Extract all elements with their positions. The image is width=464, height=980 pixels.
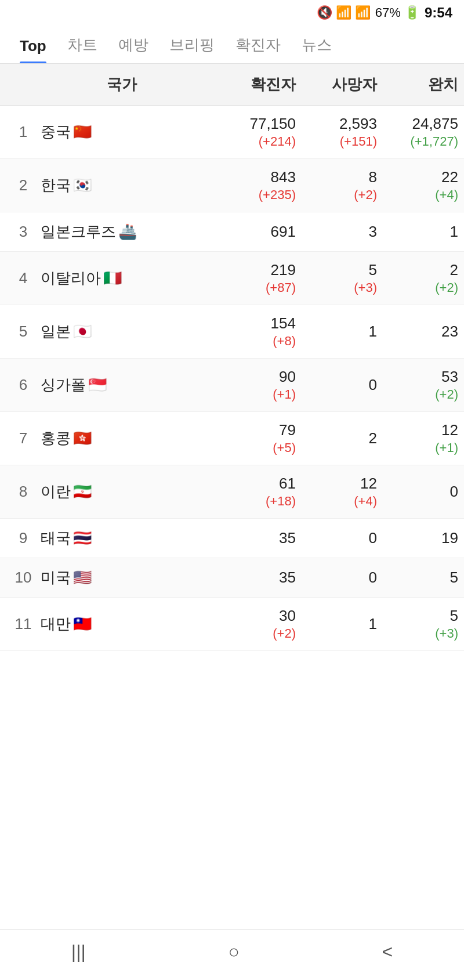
cell-recovered: 0 <box>377 483 458 501</box>
tab-prevention[interactable]: 예방 <box>108 26 159 63</box>
confirmed-delta: (+18) <box>203 494 296 509</box>
deaths-value: 12 <box>296 475 377 493</box>
nav-recent-button[interactable]: < <box>382 941 393 963</box>
cell-deaths: 1 <box>296 323 377 341</box>
confirmed-delta: (+2) <box>203 626 296 641</box>
table-row[interactable]: 9태국🇹🇭35019 <box>0 519 464 558</box>
table-row[interactable]: 3일본크루즈🚢69131 <box>0 212 464 252</box>
cell-confirmed: 35 <box>203 569 296 587</box>
confirmed-value: 219 <box>203 261 296 279</box>
deaths-delta: (+3) <box>296 280 377 295</box>
table-row[interactable]: 5일본🇯🇵154(+8)123 <box>0 305 464 359</box>
cell-deaths: 2,593(+151) <box>296 115 377 149</box>
nav-back-button[interactable]: ||| <box>71 941 86 963</box>
tab-briefing[interactable]: 브리핑 <box>159 26 225 63</box>
cell-confirmed: 154(+8) <box>203 314 296 349</box>
deaths-delta: (+2) <box>296 187 377 202</box>
bottom-navigation: ||| ○ < <box>0 929 464 980</box>
deaths-value: 2 <box>296 429 377 447</box>
status-icons: 🔇 📶 📶 <box>317 5 371 20</box>
table-row[interactable]: 7홍콩🇭🇰79(+5)212(+1) <box>0 412 464 465</box>
cell-deaths: 1 <box>296 615 377 633</box>
cell-recovered: 22(+4) <box>377 168 458 202</box>
recovered-delta: (+2) <box>377 280 458 295</box>
cell-confirmed: 843(+235) <box>203 168 296 202</box>
recovered-delta: (+2) <box>377 387 458 402</box>
cell-confirmed: 691 <box>203 223 296 241</box>
recovered-value: 24,875 <box>377 115 458 133</box>
cell-country: 중국🇨🇳 <box>41 122 203 142</box>
table-row[interactable]: 8이란🇮🇷61(+18)12(+4)0 <box>0 465 464 519</box>
recovered-value: 19 <box>377 529 458 547</box>
cell-deaths: 12(+4) <box>296 475 377 509</box>
cell-rank: 4 <box>6 269 41 287</box>
table-row[interactable]: 2한국🇰🇷843(+235)8(+2)22(+4) <box>0 159 464 212</box>
tab-news[interactable]: 뉴스 <box>291 26 342 63</box>
table-row[interactable]: 11대만🇹🇼30(+2)15(+3) <box>0 598 464 651</box>
cell-recovered: 2(+2) <box>377 261 458 295</box>
tab-confirmed[interactable]: 확진자 <box>225 26 291 63</box>
recovered-value: 22 <box>377 168 458 186</box>
cell-rank: 5 <box>6 323 41 341</box>
recovered-delta: (+1,727) <box>377 134 458 149</box>
deaths-value: 5 <box>296 261 377 279</box>
table-row[interactable]: 6싱가폴🇸🇬90(+1)053(+2) <box>0 359 464 412</box>
recovered-value: 0 <box>377 483 458 501</box>
tab-top[interactable]: Top <box>9 28 57 63</box>
confirmed-value: 35 <box>203 529 296 547</box>
header-rank <box>6 74 41 95</box>
cell-rank: 3 <box>6 223 41 241</box>
table-row[interactable]: 4이탈리아🇮🇹219(+87)5(+3)2(+2) <box>0 252 464 305</box>
country-name: 일본 <box>41 321 71 342</box>
country-flag: 🇸🇬 <box>88 376 107 394</box>
recovered-delta: (+1) <box>377 440 458 455</box>
table-row[interactable]: 1중국🇨🇳77,150(+214)2,593(+151)24,875(+1,72… <box>0 106 464 159</box>
country-name: 홍콩 <box>41 428 71 449</box>
cell-recovered: 5(+3) <box>377 607 458 641</box>
cell-rank: 2 <box>6 176 41 194</box>
signal-icon: 📶 <box>355 5 371 20</box>
confirmed-value: 79 <box>203 421 296 439</box>
confirmed-delta: (+8) <box>203 334 296 349</box>
cell-deaths: 8(+2) <box>296 168 377 202</box>
cell-recovered: 5 <box>377 569 458 587</box>
table-body: 1중국🇨🇳77,150(+214)2,593(+151)24,875(+1,72… <box>0 106 464 651</box>
table-row[interactable]: 10미국🇺🇸3505 <box>0 558 464 598</box>
country-flag: 🇨🇳 <box>73 123 92 141</box>
cell-deaths: 5(+3) <box>296 261 377 295</box>
country-name: 일본크루즈 <box>41 222 116 242</box>
confirmed-delta: (+5) <box>203 440 296 455</box>
cell-confirmed: 79(+5) <box>203 421 296 455</box>
cell-deaths: 3 <box>296 223 377 241</box>
cell-country: 태국🇹🇭 <box>41 528 203 548</box>
cell-rank: 8 <box>6 483 41 501</box>
clock: 9:54 <box>425 5 452 21</box>
cell-deaths: 0 <box>296 529 377 547</box>
confirmed-delta: (+87) <box>203 280 296 295</box>
cell-country: 일본크루즈🚢 <box>41 222 203 242</box>
recovered-delta: (+3) <box>377 626 458 641</box>
confirmed-value: 35 <box>203 569 296 587</box>
recovered-value: 53 <box>377 368 458 386</box>
cell-deaths: 2 <box>296 429 377 447</box>
cell-country: 홍콩🇭🇰 <box>41 428 203 449</box>
header-recovered: 완치 <box>377 74 458 95</box>
cell-recovered: 23 <box>377 323 458 341</box>
country-name: 미국 <box>41 567 71 588</box>
confirmed-value: 691 <box>203 223 296 241</box>
cell-confirmed: 90(+1) <box>203 368 296 402</box>
header-country: 국가 <box>41 74 203 95</box>
header-confirmed: 확진자 <box>203 74 296 95</box>
confirmed-value: 90 <box>203 368 296 386</box>
nav-home-button[interactable]: ○ <box>228 941 239 963</box>
tab-chart[interactable]: 차트 <box>57 26 108 63</box>
cell-recovered: 24,875(+1,727) <box>377 115 458 149</box>
deaths-value: 1 <box>296 323 377 341</box>
header-deaths: 사망자 <box>296 74 377 95</box>
cell-rank: 7 <box>6 429 41 447</box>
recovered-value: 12 <box>377 421 458 439</box>
recovered-value: 5 <box>377 607 458 625</box>
country-flag: 🇮🇹 <box>103 269 122 287</box>
country-flag: 🚢 <box>118 223 137 241</box>
cell-country: 일본🇯🇵 <box>41 321 203 342</box>
